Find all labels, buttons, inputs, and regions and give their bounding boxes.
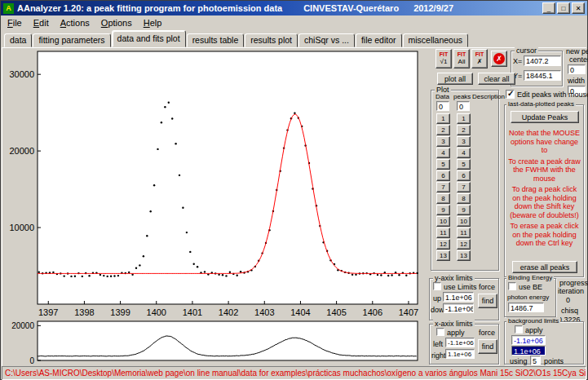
clear-all-button[interactable]: clear all [478, 73, 515, 85]
fit-one-button[interactable]: FIT √1 [435, 49, 452, 68]
data-button-12[interactable]: 12 [436, 239, 450, 250]
peak-button-8[interactable]: 8 [457, 193, 471, 204]
menu-edit[interactable]: Edit [28, 16, 55, 29]
svg-text:1407: 1407 [399, 307, 418, 317]
background-limits-group: background limits apply -1.1e+06 1.1e+06… [504, 321, 584, 365]
fit-all-button[interactable]: FIT All [453, 49, 470, 68]
maximize-button[interactable]: □ [557, 2, 570, 14]
tab-results-table[interactable]: results table [187, 33, 245, 47]
photon-energy-field[interactable]: 1486.7 [508, 303, 544, 312]
title-bar[interactable]: A AAnalyzer 1.20: a peak fitting program… [1, 1, 587, 15]
erase-all-peaks-button[interactable]: erase all peaks [512, 261, 577, 273]
peak-button-9[interactable]: 9 [457, 205, 471, 215]
svg-text:1403: 1403 [254, 307, 274, 317]
background-upper-field[interactable]: -1.1e+06 [511, 335, 546, 345]
y-up-field[interactable]: 1.1e+06 [443, 292, 474, 302]
main-plot[interactable]: 1000020000300001397139813991400140114021… [5, 48, 426, 320]
y-force-label: force [479, 283, 495, 291]
minimize-button[interactable]: _ [542, 2, 555, 14]
new-peak-center-value[interactable]: 0 [568, 64, 586, 74]
points-field[interactable]: 5 [530, 356, 541, 365]
menu-options[interactable]: Options [95, 16, 138, 29]
y-axis-limits-label: y-axix limits [433, 274, 475, 282]
svg-text:1404: 1404 [290, 307, 310, 317]
data-button-10[interactable]: 10 [436, 216, 450, 227]
close-button[interactable]: ✕ [572, 2, 585, 14]
svg-text:10000: 10000 [9, 223, 34, 232]
app-window: A AAnalyzer 1.20: a peak fitting program… [0, 0, 588, 380]
column-header-data: Data [435, 93, 449, 101]
menu-file[interactable]: File [2, 16, 28, 29]
peak-row: 11 [435, 113, 497, 125]
data-button-11[interactable]: 11 [436, 228, 450, 238]
stop-button[interactable]: ✗ [491, 51, 507, 67]
menu-actions[interactable]: Actions [55, 16, 95, 29]
peak-button-12[interactable]: 12 [457, 239, 471, 250]
svg-text:1401: 1401 [183, 307, 202, 317]
background-apply-checkbox[interactable] [515, 325, 523, 334]
background-limits-label: background limits [506, 317, 560, 325]
peak-button-11[interactable]: 11 [457, 228, 471, 238]
x-apply-checkbox[interactable] [436, 328, 444, 336]
x-right-label: right [431, 351, 446, 360]
data-button-13[interactable]: 13 [436, 250, 450, 261]
edit-peaks-checkbox[interactable] [506, 90, 515, 99]
tab-fitting-parameters[interactable]: fitting parameters [33, 33, 110, 47]
svg-text:0: 0 [29, 356, 34, 365]
peak-button-13[interactable]: 13 [457, 250, 471, 261]
y-find-button[interactable]: find [478, 294, 497, 308]
menu-help[interactable]: Help [138, 16, 168, 29]
peak-button-5[interactable]: 5 [457, 159, 471, 170]
peak-button-10[interactable]: 10 [457, 216, 471, 227]
peak-button-3[interactable]: 3 [457, 136, 471, 147]
data-button-9[interactable]: 9 [436, 205, 450, 215]
peak-row: 66 [435, 170, 497, 182]
tab-bar: datafitting parametersdata and fits plot… [2, 30, 586, 47]
data-button-5[interactable]: 5 [436, 159, 450, 170]
y-axis-limits-group: y-axix limits use Limits force up 1.1e+0… [429, 278, 499, 320]
peak-button-7[interactable]: 7 [457, 182, 471, 192]
x-find-button[interactable]: find [478, 339, 497, 354]
fit-cancel-button[interactable]: FIT ✗ [471, 49, 488, 68]
data-button-6[interactable]: 6 [436, 170, 450, 181]
peak-button-6[interactable]: 6 [457, 170, 471, 181]
new-peak-label: new peak [566, 47, 588, 55]
tab-data[interactable]: data [4, 33, 32, 47]
background-lower-field[interactable]: 1.1e+06 [511, 346, 546, 356]
peaks-count-field[interactable]: 0 [457, 101, 470, 111]
last-data-plotted-peaks-group: last-data-plotted peaks Update Peaks Not… [504, 104, 584, 277]
new-peak-center-label: center [569, 55, 588, 64]
use-be-checkbox[interactable] [508, 282, 516, 290]
y-down-field[interactable]: -1.1e+06 [443, 303, 474, 313]
data-button-1[interactable]: 1 [436, 113, 450, 124]
data-count-field[interactable]: 0 [436, 101, 449, 111]
status-file-path: C:\Users\AS-MICRO\Desktop\Memoria\web pa… [5, 369, 586, 378]
fit-all-label: FIT [458, 51, 466, 58]
data-button-7[interactable]: 7 [436, 182, 450, 192]
use-limits-checkbox[interactable] [433, 282, 441, 290]
svg-text:1399: 1399 [110, 307, 130, 317]
tab-page-data-and-fits-plot: 1000020000300001397139813991400140114021… [2, 47, 586, 366]
tab-results-plot[interactable]: results plot [245, 33, 298, 47]
overview-plot[interactable]: 020000 [5, 320, 426, 366]
plot-all-button[interactable]: plot all [437, 73, 473, 85]
window-title-date: 2012/9/27 [413, 3, 453, 13]
data-button-2[interactable]: 2 [436, 125, 450, 135]
tab-data-and-fits-plot[interactable]: data and fits plot [112, 30, 186, 47]
x-left-field[interactable]: -1.1e+06 [445, 338, 475, 347]
peak-button-1[interactable]: 1 [457, 113, 471, 124]
peak-button-4[interactable]: 4 [457, 148, 471, 158]
data-button-3[interactable]: 3 [436, 136, 450, 147]
peak-row: 77 [435, 182, 497, 193]
data-button-8[interactable]: 8 [436, 193, 450, 204]
update-peaks-button[interactable]: Update Peaks [511, 111, 579, 123]
tab-miscellaneous[interactable]: miscellaneous [403, 33, 469, 47]
peak-button-2[interactable]: 2 [457, 125, 471, 135]
tab-chisqr-vs-[interactable]: chiSqr vs ... [298, 33, 355, 47]
tab-file-editor[interactable]: file editor [356, 33, 402, 47]
background-apply-label: apply [525, 326, 543, 334]
cursor-group: cursor X= 1407.2 Y= 18445.1 [511, 51, 563, 86]
data-button-4[interactable]: 4 [436, 148, 450, 158]
x-right-field[interactable]: 1.1e+06 [445, 349, 475, 359]
svg-text:1400: 1400 [147, 307, 166, 317]
